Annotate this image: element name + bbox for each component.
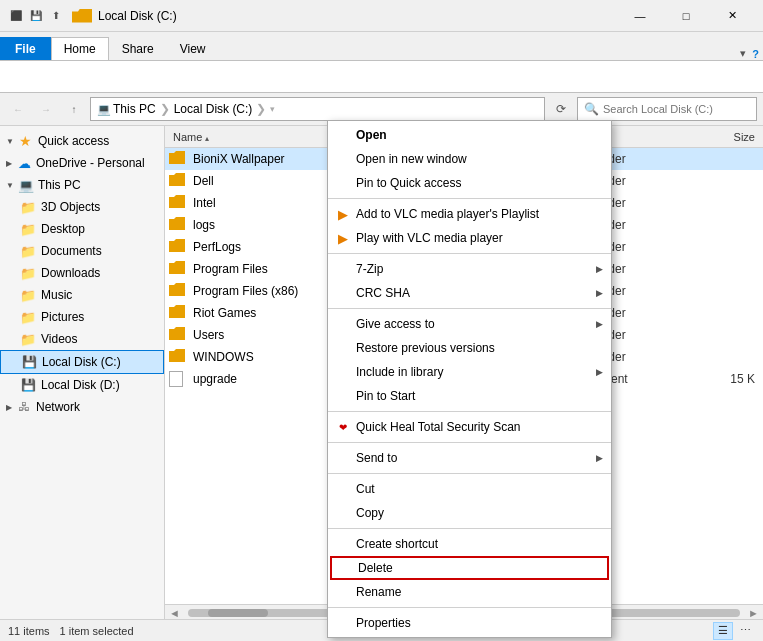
view-details-button[interactable]: ☰: [713, 622, 733, 640]
menu-item-quick-heal[interactable]: ❤ Quick Heal Total Security Scan: [328, 415, 611, 439]
menu-divider: [328, 308, 611, 309]
sidebar-item-3dobjects[interactable]: 📁 3D Objects: [0, 196, 164, 218]
folder-icon: 📁: [20, 331, 36, 347]
vlc-icon: ▶: [334, 205, 352, 223]
menu-item-copy[interactable]: Copy: [328, 501, 611, 525]
chevron-right-icon: ▶: [6, 159, 12, 168]
menu-item-crcsha[interactable]: CRC SHA: [328, 281, 611, 305]
app-icon: ⬛: [8, 8, 24, 24]
file-row-icon: [169, 327, 187, 343]
menu-item-open[interactable]: Open: [328, 123, 611, 147]
menu-item-open-new-window[interactable]: Open in new window: [328, 147, 611, 171]
menu-item-delete[interactable]: Delete: [330, 556, 609, 580]
menu-item-restore-previous[interactable]: Restore previous versions: [328, 336, 611, 360]
path-thispc[interactable]: 💻 This PC: [97, 102, 156, 116]
file-row-size: 15 K: [679, 372, 759, 386]
sidebar-group-quick-access[interactable]: ▼ ★ Quick access: [0, 130, 164, 152]
sidebar-item-videos[interactable]: 📁 Videos: [0, 328, 164, 350]
menu-item-send-to[interactable]: Send to: [328, 446, 611, 470]
tab-file[interactable]: File: [0, 37, 51, 60]
folder-icon: 📁: [20, 309, 36, 325]
sidebar-item-localdisk-c[interactable]: 💾 Local Disk (C:): [0, 350, 164, 374]
sidebar-item-localdisk-d[interactable]: 💾 Local Disk (D:): [0, 374, 164, 396]
path-localdisk[interactable]: Local Disk (C:): [174, 102, 253, 116]
disk-icon: 💾: [20, 377, 36, 393]
sidebar-group-thispc[interactable]: ▼ 💻 This PC: [0, 174, 164, 196]
menu-item-include-library[interactable]: Include in library: [328, 360, 611, 384]
sidebar-item-music[interactable]: 📁 Music: [0, 284, 164, 306]
sidebar-item-label: Documents: [41, 244, 102, 258]
menu-divider: [328, 411, 611, 412]
folder-icon: [72, 9, 92, 23]
sidebar-item-label: Pictures: [41, 310, 84, 324]
path-sep2: ❯: [256, 102, 266, 116]
menu-item-cut[interactable]: Cut: [328, 477, 611, 501]
help-button[interactable]: ?: [752, 48, 759, 60]
search-box[interactable]: 🔍: [577, 97, 757, 121]
quick-heal-icon: ❤: [334, 418, 352, 436]
refresh-button[interactable]: ⟳: [549, 97, 573, 121]
menu-item-rename[interactable]: Rename: [328, 580, 611, 604]
folder-icon: 📁: [20, 199, 36, 215]
menu-item-vlc-playlist[interactable]: ▶ Add to VLC media player's Playlist: [328, 202, 611, 226]
menu-divider: [328, 253, 611, 254]
sidebar-item-pictures[interactable]: 📁 Pictures: [0, 306, 164, 328]
scroll-left-arrow[interactable]: ◄: [165, 607, 184, 619]
menu-item-give-access[interactable]: Give access to: [328, 312, 611, 336]
maximize-button[interactable]: □: [663, 0, 709, 32]
chevron-down-icon: ▼: [6, 181, 14, 190]
minimize-button[interactable]: —: [617, 0, 663, 32]
quick-access-toolbar-icon2[interactable]: ⬆: [48, 8, 64, 24]
forward-button[interactable]: →: [34, 97, 58, 121]
view-toggle-buttons: ☰ ⋯: [713, 622, 755, 640]
scrollbar-thumb[interactable]: [208, 609, 268, 617]
sidebar-item-label: This PC: [38, 178, 81, 192]
back-button[interactable]: ←: [6, 97, 30, 121]
scroll-right-arrow[interactable]: ►: [744, 607, 763, 619]
file-row-icon: [169, 261, 187, 277]
ribbon-collapse-icon[interactable]: ▾: [740, 47, 746, 60]
sidebar-group-onedrive[interactable]: ▶ ☁ OneDrive - Personal: [0, 152, 164, 174]
col-header-size[interactable]: Size: [679, 131, 759, 143]
quick-access-toolbar-icon1[interactable]: 💾: [28, 8, 44, 24]
menu-divider: [328, 607, 611, 608]
up-button[interactable]: ↑: [62, 97, 86, 121]
search-input[interactable]: [603, 103, 750, 115]
chevron-down-icon: ▼: [6, 137, 14, 146]
sidebar-group-network[interactable]: ▶ 🖧 Network: [0, 396, 164, 418]
window-controls[interactable]: — □ ✕: [617, 0, 755, 32]
sidebar-item-label: 3D Objects: [41, 200, 100, 214]
menu-item-create-shortcut[interactable]: Create shortcut: [328, 532, 611, 556]
tab-view[interactable]: View: [167, 37, 219, 60]
sidebar-item-desktop[interactable]: 📁 Desktop: [0, 218, 164, 240]
folder-icon: 📁: [20, 243, 36, 259]
sidebar-item-label: Music: [41, 288, 72, 302]
sidebar-item-label: Quick access: [38, 134, 109, 148]
view-large-icons-button[interactable]: ⋯: [735, 622, 755, 640]
file-row-icon: [169, 305, 187, 321]
file-row-icon: [169, 239, 187, 255]
sidebar-item-documents[interactable]: 📁 Documents: [0, 240, 164, 262]
path-dropdown-arrow[interactable]: ▾: [270, 104, 275, 114]
tab-home[interactable]: Home: [51, 37, 109, 60]
path-sep1: ❯: [160, 102, 170, 116]
menu-item-pin-start[interactable]: Pin to Start: [328, 384, 611, 408]
menu-item-vlc-play[interactable]: ▶ Play with VLC media player: [328, 226, 611, 250]
folder-icon: 📁: [20, 287, 36, 303]
folder-icon: 📁: [20, 221, 36, 237]
ribbon-placeholder: [4, 71, 23, 83]
sidebar-item-downloads[interactable]: 📁 Downloads: [0, 262, 164, 284]
menu-item-7zip[interactable]: 7-Zip: [328, 257, 611, 281]
status-selected-info: 1 item selected: [60, 625, 134, 637]
chevron-right-icon: ▶: [6, 403, 12, 412]
sidebar-item-label: Desktop: [41, 222, 85, 236]
close-button[interactable]: ✕: [709, 0, 755, 32]
address-path[interactable]: 💻 This PC ❯ Local Disk (C:) ❯ ▾: [90, 97, 545, 121]
menu-divider: [328, 442, 611, 443]
disk-icon: 💾: [21, 354, 37, 370]
ribbon-commands: [0, 60, 763, 92]
menu-item-properties[interactable]: Properties: [328, 611, 611, 635]
menu-divider: [328, 198, 611, 199]
tab-share[interactable]: Share: [109, 37, 167, 60]
menu-item-pin-quick-access[interactable]: Pin to Quick access: [328, 171, 611, 195]
